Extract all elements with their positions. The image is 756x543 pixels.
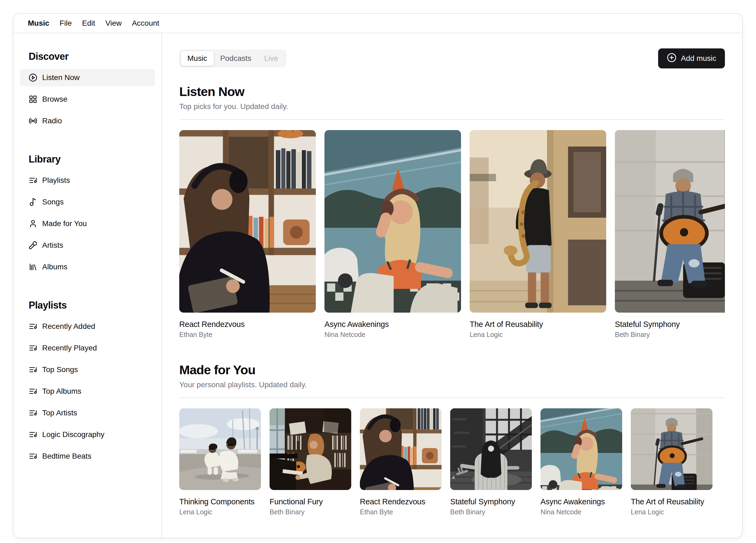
- album-title: The Art of Reusability: [470, 320, 606, 329]
- sidebar-item-bedtime-beats[interactable]: Bedtime Beats: [20, 448, 155, 465]
- album-artist: Beth Binary: [270, 508, 351, 516]
- album-artist: Lena Logic: [631, 508, 712, 516]
- album-cover[interactable]: [270, 408, 351, 490]
- album-cover[interactable]: [324, 130, 461, 313]
- album-cover[interactable]: [360, 408, 442, 490]
- section-listen-now: Listen NowTop picks for you. Updated dai…: [179, 84, 725, 339]
- content-toolbar: MusicPodcastsLive Add music: [179, 48, 725, 68]
- album-cover[interactable]: [541, 408, 622, 490]
- layout-grid-icon: [29, 95, 37, 104]
- album-card: The Art of ReusabilityLena Logic: [631, 408, 712, 516]
- sidebar-item-logic-discography[interactable]: Logic Discography: [20, 426, 155, 443]
- section-made-for-you: Made for YouYour personal playlists. Upd…: [179, 362, 725, 516]
- album-card: Thinking ComponentsLena Logic: [179, 408, 261, 516]
- album-artist: Beth Binary: [450, 508, 532, 516]
- sidebar-item-made-for-you[interactable]: Made for You: [20, 215, 155, 232]
- tabs-list: MusicPodcastsLive: [179, 49, 286, 67]
- sidebar-item-label: Playlists: [42, 176, 70, 185]
- album-card: Functional FuryBeth Binary: [270, 408, 351, 516]
- list-music-icon: [29, 344, 37, 352]
- sidebar-section-title: Playlists: [20, 299, 155, 311]
- album-card: Async AwakeningsNina Netcode: [541, 408, 622, 516]
- album-cover[interactable]: [615, 130, 725, 313]
- sidebar-item-top-artists[interactable]: Top Artists: [20, 404, 155, 422]
- content-sections: Listen NowTop picks for you. Updated dai…: [179, 84, 725, 516]
- album-card: React RendezvousEthan Byte: [179, 130, 316, 339]
- album-card: React RendezvousEthan Byte: [360, 408, 442, 516]
- sidebar-item-label: Recently Added: [42, 322, 95, 331]
- list-music-icon: [29, 176, 37, 185]
- sidebar-item-label: Logic Discography: [42, 430, 104, 439]
- play-circle-icon: [29, 73, 37, 82]
- sidebar-item-recently-played[interactable]: Recently Played: [20, 339, 155, 357]
- sidebar: DiscoverListen NowBrowseRadioLibraryPlay…: [14, 33, 162, 538]
- separator: [179, 119, 725, 120]
- sidebar-item-label: Made for You: [42, 219, 87, 228]
- radio-icon: [29, 117, 37, 125]
- album-card: Async AwakeningsNina Netcode: [324, 130, 461, 339]
- album-title: Stateful Symphony: [615, 320, 725, 329]
- sidebar-item-radio[interactable]: Radio: [20, 112, 155, 130]
- tab-podcasts[interactable]: Podcasts: [214, 51, 258, 66]
- user-icon: [29, 219, 37, 228]
- add-music-button[interactable]: Add music: [658, 48, 725, 68]
- album-cover[interactable]: [179, 408, 261, 490]
- sidebar-item-recently-added[interactable]: Recently Added: [20, 318, 155, 335]
- sidebar-item-albums[interactable]: Albums: [20, 258, 155, 276]
- album-artist: Lena Logic: [179, 508, 261, 516]
- section-title: Made for You: [179, 362, 725, 378]
- album-cover[interactable]: [179, 130, 316, 313]
- app-body: DiscoverListen NowBrowseRadioLibraryPlay…: [14, 33, 742, 538]
- menu-item-edit[interactable]: Edit: [77, 14, 100, 33]
- sidebar-section-playlists: PlaylistsRecently AddedRecently PlayedTo…: [14, 293, 161, 471]
- sidebar-item-label: Songs: [42, 198, 64, 206]
- album-card-row: React RendezvousEthan Byte Async Awakeni…: [179, 130, 725, 339]
- list-music-icon: [29, 387, 37, 396]
- menu-item-account[interactable]: Account: [127, 14, 164, 33]
- separator: [179, 398, 725, 398]
- list-music-icon: [29, 365, 37, 374]
- sidebar-item-browse[interactable]: Browse: [20, 91, 155, 108]
- album-cover[interactable]: [631, 408, 712, 490]
- menu-item-file[interactable]: File: [54, 14, 77, 33]
- album-cover[interactable]: [470, 130, 606, 313]
- sidebar-item-label: Browse: [42, 95, 67, 104]
- sidebar-item-top-songs[interactable]: Top Songs: [20, 361, 155, 378]
- album-card: The Art of ReusabilityLena Logic: [470, 130, 606, 339]
- sidebar-section-discover: DiscoverListen NowBrowseRadio: [14, 44, 161, 136]
- tab-music[interactable]: Music: [181, 51, 214, 66]
- sidebar-section-title: Library: [20, 153, 155, 165]
- section-subtitle: Your personal playlists. Updated daily.: [179, 380, 725, 389]
- sidebar-item-songs[interactable]: Songs: [20, 193, 155, 211]
- music-note-icon: [29, 198, 37, 206]
- sidebar-item-artists[interactable]: Artists: [20, 237, 155, 254]
- sidebar-item-listen-now[interactable]: Listen Now: [20, 69, 155, 86]
- album-title: React Rendezvous: [360, 497, 442, 506]
- album-card-row: Thinking ComponentsLena Logic Functional…: [179, 408, 725, 516]
- menu-item-view[interactable]: View: [100, 14, 127, 33]
- sidebar-item-top-albums[interactable]: Top Albums: [20, 383, 155, 400]
- sidebar-item-label: Top Artists: [42, 409, 77, 417]
- album-title: Functional Fury: [270, 497, 351, 506]
- menu-item-music[interactable]: Music: [23, 14, 54, 33]
- add-music-label: Add music: [681, 54, 716, 63]
- microphone-icon: [29, 241, 37, 250]
- menubar: MusicFileEditViewAccount: [14, 14, 742, 33]
- app-window: MusicFileEditViewAccount DiscoverListen …: [13, 13, 743, 538]
- tab-live[interactable]: Live: [258, 51, 284, 66]
- sidebar-section-title: Discover: [20, 51, 155, 62]
- section-title: Listen Now: [179, 84, 725, 99]
- library-icon: [29, 263, 37, 271]
- list-music-icon: [29, 322, 37, 331]
- main-content: MusicPodcastsLive Add music Listen NowTo…: [162, 33, 742, 538]
- album-cover[interactable]: [450, 408, 532, 490]
- album-title: The Art of Reusability: [631, 497, 712, 506]
- sidebar-item-label: Artists: [42, 241, 63, 250]
- sidebar-item-playlists[interactable]: Playlists: [20, 172, 155, 189]
- sidebar-item-label: Listen Now: [42, 73, 80, 82]
- sidebar-item-label: Albums: [42, 263, 67, 271]
- album-artist: Nina Netcode: [541, 508, 622, 516]
- album-artist: Nina Netcode: [324, 330, 461, 339]
- list-music-icon: [29, 430, 37, 439]
- album-title: Async Awakenings: [324, 320, 461, 329]
